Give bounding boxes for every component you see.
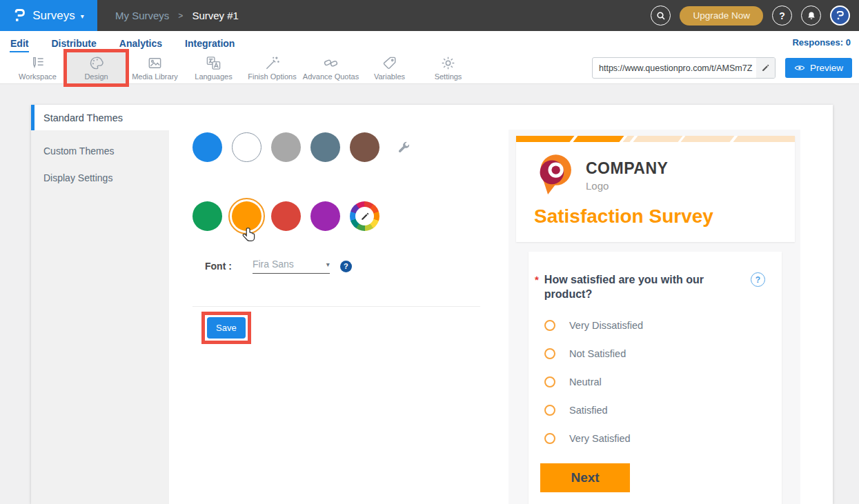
questionpro-logo-icon — [13, 8, 27, 23]
subnav-items: EditDistributeAnalyticsIntegration — [10, 31, 257, 52]
sidebar-rest: Custom ThemesDisplay Settings — [31, 130, 169, 504]
upgrade-now-button[interactable]: Upgrade Now — [680, 6, 763, 26]
progress-segment — [573, 136, 624, 142]
radio-icon[interactable] — [544, 320, 555, 331]
option-label: Very Dissatisfied — [569, 320, 643, 331]
palette-icon — [88, 55, 104, 71]
top-navbar: Surveys ▾ My Surveys > Survey #1 Upgrade… — [0, 0, 859, 31]
radio-option[interactable]: Not Satisfied — [544, 347, 765, 359]
progress-segment — [733, 136, 795, 142]
workspace-icon — [30, 55, 46, 71]
question-row: * How satisfied are you with our product… — [535, 272, 765, 301]
next-button[interactable]: Next — [540, 463, 630, 492]
radio-option[interactable]: Neutral — [544, 376, 765, 387]
required-asterisk: * — [535, 274, 539, 285]
tool-workspace[interactable]: Workspace — [8, 52, 67, 83]
surveys-menu[interactable]: Surveys ▾ — [0, 0, 97, 31]
edit-url-button[interactable] — [756, 58, 775, 78]
survey-progress-bar — [516, 136, 795, 142]
tool-label: Settings — [435, 72, 462, 81]
tool-advance-quotas[interactable]: Advance Quotas — [302, 52, 360, 83]
swatch-red[interactable] — [271, 201, 301, 231]
variables-tag-icon — [382, 55, 397, 71]
responses-count[interactable]: Responses: 0 — [792, 37, 851, 52]
swatch-purple[interactable] — [310, 201, 340, 231]
toolbar-right: Preview — [592, 52, 859, 83]
account-logo-button[interactable] — [830, 6, 850, 26]
radio-option[interactable]: Very Satisfied — [544, 432, 765, 444]
company-sub-label: Logo — [586, 180, 668, 192]
progress-segment — [516, 136, 574, 142]
chevron-down-icon: ▾ — [326, 261, 330, 268]
tool-label: Workspace — [19, 72, 57, 81]
tool-variables[interactable]: Variables — [360, 52, 419, 83]
theme-swatch-row-2 — [192, 201, 509, 231]
progress-segment — [622, 136, 634, 142]
breadcrumb: My Surveys > Survey #1 — [115, 10, 239, 21]
option-label: Neutral — [569, 376, 602, 387]
font-row: Font : Fira Sans ▾ ? — [205, 259, 509, 274]
help-button[interactable]: ? — [772, 6, 792, 26]
option-label: Satisfied — [569, 405, 608, 416]
company-logo: COMPANY Logo — [534, 152, 795, 198]
tab-integration[interactable]: Integration — [184, 33, 235, 52]
swatch-brown[interactable] — [350, 132, 379, 162]
swatch-gray[interactable] — [271, 132, 301, 162]
font-select[interactable]: Fira Sans ▾ — [253, 259, 330, 274]
swatch-white[interactable] — [232, 132, 261, 162]
option-label: Very Satisfied — [569, 433, 631, 444]
divider — [192, 306, 480, 307]
swatch-slate[interactable] — [310, 132, 340, 162]
breadcrumb-separator: > — [178, 11, 183, 21]
company-name: COMPANY — [586, 159, 668, 178]
question-text: How satisfied are you with our product? — [544, 272, 745, 301]
chevron-down-icon: ▾ — [81, 12, 84, 20]
radio-icon[interactable] — [544, 376, 555, 387]
languages-icon — [206, 55, 221, 71]
font-help-button[interactable]: ? — [340, 261, 352, 272]
navbar-actions: Upgrade Now ? — [651, 6, 859, 26]
swatch-custom-color-wheel[interactable] — [350, 201, 379, 231]
radio-icon[interactable] — [544, 348, 555, 359]
question-help-button[interactable]: ? — [751, 272, 765, 287]
radio-icon[interactable] — [544, 405, 555, 416]
survey-preview-pane: COMPANY Logo Satisfaction Survey * How s… — [509, 130, 800, 504]
notifications-button[interactable] — [801, 6, 821, 26]
radio-option[interactable]: Satisfied — [544, 404, 765, 416]
save-button[interactable]: Save — [207, 317, 246, 339]
company-pin-logo-icon — [534, 152, 575, 198]
tool-finish-options[interactable]: Finish Options — [243, 52, 302, 83]
sidebar-item-standard-themes[interactable]: Standard Themes — [31, 105, 169, 130]
swatch-orange[interactable] — [232, 201, 261, 231]
tab-distribute[interactable]: Distribute — [50, 33, 97, 52]
tool-media-library[interactable]: Media Library — [126, 52, 184, 83]
survey-url-box — [592, 57, 776, 79]
tab-analytics[interactable]: Analytics — [119, 33, 163, 52]
sidebar-item-custom-themes[interactable]: Custom Themes — [31, 137, 169, 164]
wrench-icon[interactable] — [397, 141, 411, 154]
tool-label: Media Library — [132, 72, 178, 81]
radio-icon[interactable] — [544, 433, 555, 444]
brand-label: Surveys — [32, 9, 75, 23]
tool-languages[interactable]: Languages — [184, 52, 243, 83]
preview-button[interactable]: Preview — [785, 58, 852, 78]
answer-options: Very DissatisfiedNot SatisfiedNeutralSat… — [544, 319, 765, 444]
finish-options-icon — [264, 55, 280, 71]
tool-label: Variables — [374, 72, 405, 81]
swatch-green[interactable] — [192, 201, 222, 231]
breadcrumb-my-surveys[interactable]: My Surveys — [115, 10, 169, 21]
tool-label: Advance Quotas — [303, 72, 359, 81]
sidebar-item-display-settings[interactable]: Display Settings — [31, 164, 169, 191]
survey-title: Satisfaction Survey — [534, 205, 795, 228]
settings-gear-icon — [440, 55, 456, 71]
tool-design[interactable]: Design — [67, 52, 126, 83]
tab-edit[interactable]: Edit — [10, 33, 29, 52]
eye-icon — [794, 64, 805, 72]
survey-url-input[interactable] — [593, 63, 756, 73]
search-button[interactable] — [651, 6, 671, 26]
swatch-blue[interactable] — [192, 132, 222, 162]
radio-option[interactable]: Very Dissatisfied — [544, 319, 765, 331]
tool-settings[interactable]: Settings — [419, 52, 477, 83]
option-label: Not Satisfied — [569, 348, 626, 359]
survey-header-card: COMPANY Logo Satisfaction Survey — [516, 136, 795, 242]
